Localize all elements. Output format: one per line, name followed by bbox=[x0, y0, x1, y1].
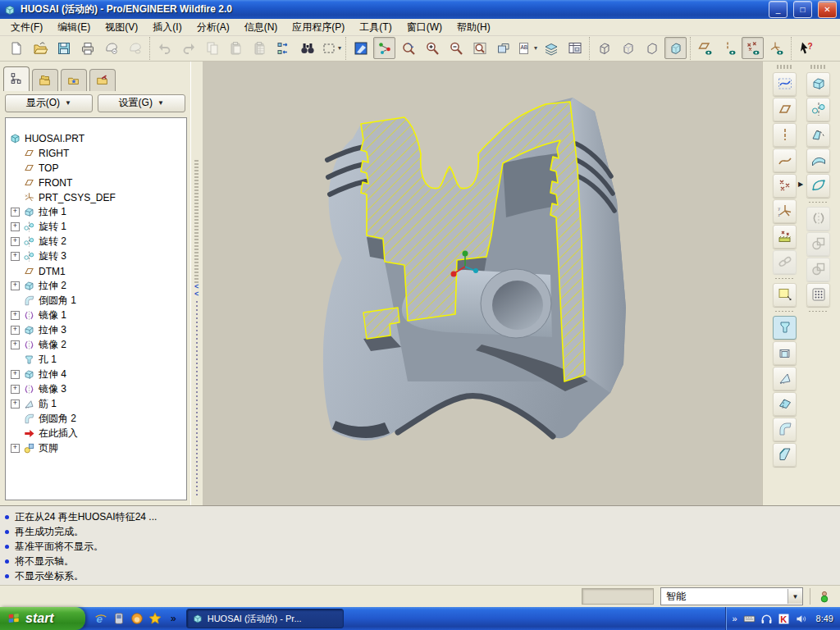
maximize-button[interactable]: □ bbox=[793, 1, 812, 18]
open-file-button[interactable] bbox=[29, 37, 51, 59]
tree-item[interactable]: PRT_CSYS_DEF bbox=[6, 190, 186, 205]
expand-plus-icon[interactable]: + bbox=[11, 399, 20, 409]
select-box-button[interactable]: ▾ bbox=[320, 37, 342, 59]
menu-item-2[interactable]: 视图(V) bbox=[98, 19, 145, 36]
context-help-button[interactable]: ? bbox=[795, 37, 817, 59]
reorient-button[interactable] bbox=[397, 37, 419, 59]
find-button[interactable] bbox=[296, 37, 318, 59]
agent-icon[interactable] bbox=[130, 611, 144, 626]
draft-button[interactable] bbox=[773, 392, 797, 416]
tree-item[interactable]: 在此插入 bbox=[6, 427, 186, 441]
point-display-button[interactable] bbox=[742, 37, 764, 59]
tree-item[interactable]: +镜像 2 bbox=[6, 338, 186, 353]
tree-item[interactable]: 孔 1 bbox=[6, 353, 186, 368]
ie-icon[interactable]: e bbox=[94, 611, 108, 626]
tree-item[interactable]: DTM1 bbox=[6, 264, 186, 279]
menu-item-1[interactable]: 编辑(E) bbox=[50, 19, 98, 36]
menu-item-3[interactable]: 插入(I) bbox=[145, 19, 189, 36]
save-button[interactable] bbox=[52, 37, 75, 59]
close-button[interactable]: ✕ bbox=[818, 1, 837, 18]
expand-plus-icon[interactable]: + bbox=[11, 237, 20, 246]
tree-item[interactable]: +镜像 1 bbox=[6, 308, 186, 323]
navigator-sash[interactable]: < < bbox=[190, 62, 203, 505]
pattern-button[interactable] bbox=[806, 283, 830, 307]
tree-item[interactable]: RIGHT bbox=[6, 146, 186, 161]
3d-viewport[interactable] bbox=[203, 62, 763, 505]
expand-plus-icon[interactable]: + bbox=[11, 326, 20, 335]
menu-item-7[interactable]: 工具(T) bbox=[352, 19, 399, 36]
menu-item-6[interactable]: 应用程序(P) bbox=[285, 19, 352, 36]
datum-point-button[interactable]: ▶ bbox=[773, 174, 797, 198]
shaded-button[interactable] bbox=[664, 37, 687, 59]
datum-plane-button[interactable] bbox=[773, 98, 797, 121]
round-button[interactable] bbox=[773, 418, 797, 441]
send-mail-button[interactable] bbox=[100, 37, 122, 59]
taskbar-task-button[interactable]: HUOSAI (活动的) - Pr... bbox=[186, 609, 344, 628]
no-hidden-button[interactable] bbox=[641, 37, 663, 59]
expand-plus-icon[interactable]: + bbox=[11, 208, 20, 217]
sketch-tool-button[interactable] bbox=[773, 72, 797, 96]
hole-button[interactable] bbox=[773, 316, 797, 340]
tree-item[interactable]: +旋转 2 bbox=[6, 235, 186, 249]
tree-item[interactable]: FRONT bbox=[6, 176, 186, 190]
refit-button[interactable] bbox=[468, 37, 491, 59]
selection-filter-combo[interactable]: 智能 ▼ bbox=[660, 587, 803, 605]
minimize-button[interactable]: _ bbox=[769, 1, 788, 18]
view-manager-button[interactable] bbox=[564, 37, 586, 59]
tree-item[interactable]: +旋转 1 bbox=[6, 220, 186, 235]
boundary-blend-button[interactable] bbox=[806, 148, 830, 172]
datum-curve-button[interactable] bbox=[773, 148, 797, 172]
tree-settings-button[interactable]: 设置(G)▼ bbox=[98, 94, 185, 112]
start-button[interactable]: start bbox=[0, 607, 85, 630]
note-button[interactable] bbox=[773, 283, 797, 307]
extrude-button[interactable] bbox=[806, 72, 830, 96]
tree-item[interactable]: +拉伸 3 bbox=[6, 323, 186, 338]
tree-item[interactable]: +旋转 3 bbox=[6, 249, 186, 264]
favorites-star-icon[interactable] bbox=[148, 611, 162, 626]
tree-item[interactable]: +拉伸 1 bbox=[6, 205, 186, 220]
sash-grip[interactable] bbox=[194, 160, 199, 283]
print-button[interactable] bbox=[76, 37, 98, 59]
repaint-button[interactable] bbox=[349, 37, 372, 59]
axis-display-button[interactable] bbox=[718, 37, 740, 59]
tree-item[interactable]: +拉伸 4 bbox=[6, 368, 186, 382]
tree-item[interactable]: 倒圆角 1 bbox=[6, 294, 186, 308]
tree-item[interactable]: +镜像 3 bbox=[6, 382, 186, 397]
tree-show-button[interactable]: 显示(O)▼ bbox=[5, 94, 93, 112]
tree-item[interactable]: +拉伸 2 bbox=[6, 279, 186, 294]
expand-plus-icon[interactable]: + bbox=[11, 252, 20, 261]
hidden-line-button[interactable] bbox=[617, 37, 639, 59]
menu-item-4[interactable]: 分析(A) bbox=[189, 19, 237, 36]
collapse-left-icon[interactable]: < bbox=[194, 290, 199, 298]
csys-display-button[interactable] bbox=[765, 37, 788, 59]
expand-plus-icon[interactable]: + bbox=[11, 311, 20, 320]
zoom-in-button[interactable] bbox=[421, 37, 443, 59]
datum-csys-button[interactable]: yz bbox=[773, 199, 797, 223]
offset-points-button[interactable] bbox=[773, 225, 797, 249]
saved-views-button[interactable] bbox=[492, 37, 514, 59]
datum-axis-button[interactable] bbox=[773, 123, 797, 147]
keyboard-icon[interactable] bbox=[742, 612, 756, 626]
volume-icon[interactable] bbox=[794, 612, 808, 626]
expand-plus-icon[interactable]: + bbox=[11, 385, 20, 394]
menu-item-0[interactable]: 文件(F) bbox=[3, 19, 50, 36]
tree-item[interactable]: TOP bbox=[6, 161, 186, 176]
tree-item[interactable]: +页脚 bbox=[6, 441, 186, 456]
chamfer-button[interactable] bbox=[773, 443, 797, 467]
expand-plus-icon[interactable]: + bbox=[11, 340, 20, 349]
shell-button[interactable] bbox=[773, 341, 797, 365]
layers-button[interactable] bbox=[540, 37, 562, 59]
new-file-button[interactable] bbox=[5, 37, 27, 59]
messenger-icon[interactable] bbox=[112, 611, 126, 626]
tree-item[interactable]: HUOSAI.PRT bbox=[6, 131, 186, 146]
tray-chevron-icon[interactable]: » bbox=[732, 614, 737, 623]
antivirus-icon[interactable]: K bbox=[777, 612, 791, 626]
overflow-chevron-icon[interactable]: » bbox=[171, 613, 176, 624]
connections-tab[interactable] bbox=[89, 69, 116, 91]
favorites-tab[interactable] bbox=[61, 69, 87, 91]
regenerate-button[interactable] bbox=[272, 37, 294, 59]
tree-item[interactable]: +筋 1 bbox=[6, 397, 186, 412]
rib-button[interactable] bbox=[773, 367, 797, 390]
spin-center-button[interactable] bbox=[373, 37, 395, 59]
model-tree-tab[interactable] bbox=[3, 66, 30, 91]
